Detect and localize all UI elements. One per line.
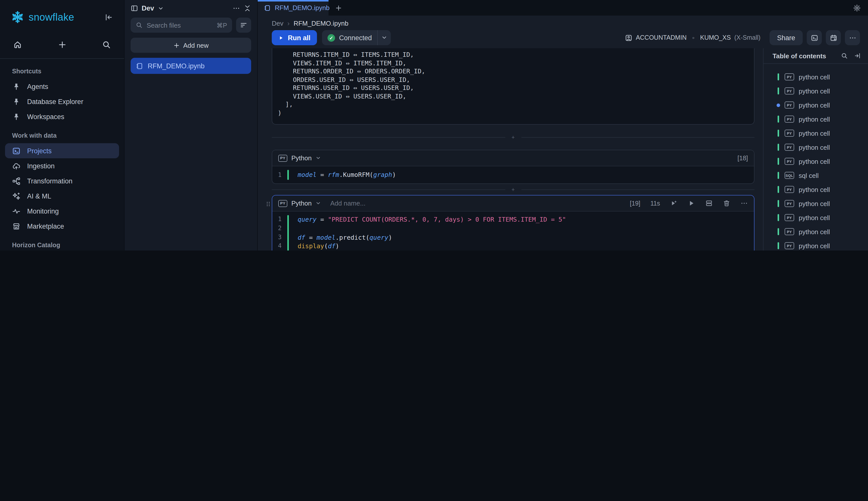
- tab-title: RFM_DEMO.ipynb: [275, 4, 329, 12]
- sidebar-item-database-explorer[interactable]: Database Explorer: [5, 94, 119, 109]
- cell-status-bar-icon: [777, 172, 780, 179]
- schedule-button[interactable]: [826, 30, 841, 45]
- settings-gear-button[interactable]: [853, 0, 861, 15]
- calendar-plus-icon: [829, 34, 837, 41]
- file-panel-collapse-icon[interactable]: [243, 4, 251, 12]
- add-new-label: Add new: [183, 41, 208, 49]
- cell-status-bar-icon: [777, 73, 780, 81]
- breadcrumb-separator: ›: [287, 19, 290, 27]
- toc-item-label: python cell: [799, 87, 830, 95]
- ellipsis-icon: [849, 34, 856, 41]
- session-context[interactable]: ACCOUNTADMIN ∘ KUMO_XS (X-Small): [625, 34, 760, 41]
- delete-cell-icon[interactable]: [723, 200, 730, 207]
- chevron-down-icon: [381, 35, 388, 41]
- add-cell-divider[interactable]: +: [272, 125, 755, 150]
- file-search-input[interactable]: Search files ⌘P: [131, 18, 232, 33]
- search-icon[interactable]: [102, 40, 111, 49]
- sidebar-item-transformation[interactable]: Transformation: [5, 173, 119, 189]
- content-row: RETURNS.ITEM_ID ⇔ ITEMS.ITEM_ID, VIEWS.I…: [258, 48, 868, 250]
- role-badge-icon: [625, 34, 632, 41]
- toc-item-11-python-cell[interactable]: PYpython cell: [769, 225, 863, 239]
- toc-item-0-python-cell[interactable]: PYpython cell: [769, 70, 863, 84]
- toc-item-12-python-cell[interactable]: PYpython cell: [769, 239, 863, 250]
- collapse-sidebar-icon[interactable]: [105, 13, 113, 21]
- sidebar-item-ingestion[interactable]: Ingestion: [5, 158, 119, 173]
- cell-status-bar-icon: [777, 214, 780, 221]
- more-options-button[interactable]: [845, 30, 860, 45]
- run-all-button[interactable]: Run all: [272, 30, 317, 45]
- python-badge-icon: PY: [785, 242, 794, 249]
- connection-dropdown[interactable]: [378, 35, 391, 41]
- notebook-cell-19[interactable]: PY Python Add name... [19] 11s: [272, 195, 755, 250]
- sidebar-item-workspaces[interactable]: Workspaces: [5, 109, 119, 124]
- add-cell-divider[interactable]: +: [272, 184, 755, 195]
- file-sort-button[interactable]: [236, 18, 251, 33]
- cell-language[interactable]: Python: [291, 200, 312, 207]
- tab-rfm-demo[interactable]: RFM_DEMO.ipynb: [258, 0, 328, 15]
- file-panel-more-icon[interactable]: [232, 4, 240, 12]
- workspace-title[interactable]: Dev: [142, 4, 154, 12]
- sidebar-item-projects[interactable]: Projects: [5, 143, 119, 158]
- connection-main: ✓ Connected: [322, 34, 378, 41]
- run-below-icon[interactable]: [670, 200, 677, 207]
- sidebar-item-label: Ingestion: [27, 162, 55, 170]
- sidebar-item-agents[interactable]: Agents: [5, 79, 119, 94]
- toc-collapse-icon[interactable]: [854, 52, 861, 59]
- workspace-chevron-icon[interactable]: [158, 5, 164, 11]
- sidebar-item-label: Projects: [27, 147, 52, 154]
- code-editor[interactable]: model = rfm.KumoRFM(graph): [289, 170, 396, 180]
- cell-language[interactable]: Python: [291, 154, 312, 162]
- toc-search-icon[interactable]: [841, 52, 848, 59]
- cell-name-input[interactable]: Add name...: [330, 200, 366, 207]
- cell-layout-icon[interactable]: [705, 200, 713, 207]
- terminal-icon: [811, 34, 818, 41]
- add-new-button[interactable]: Add new: [131, 38, 251, 53]
- toc-item-6-python-cell[interactable]: PYpython cell: [769, 154, 863, 168]
- toc-item-4-python-cell[interactable]: PYpython cell: [769, 126, 863, 140]
- python-badge-icon: PY: [785, 186, 794, 193]
- toc-item-8-python-cell[interactable]: PYpython cell: [769, 182, 863, 196]
- pin-icon: [12, 112, 21, 121]
- notebook-cell-18[interactable]: PY Python [18] 1 model = rfm.KumoRFM(gra…: [272, 150, 755, 184]
- sidebar-item-ai-ml[interactable]: AI & ML: [5, 189, 119, 203]
- toc-item-1-python-cell[interactable]: PYpython cell: [769, 84, 863, 98]
- toc-item-9-python-cell[interactable]: PYpython cell: [769, 196, 863, 211]
- cell-18-code[interactable]: 1 model = rfm.KumoRFM(graph): [272, 166, 754, 183]
- notebook-icon: [135, 62, 143, 70]
- connection-status[interactable]: ✓ Connected: [322, 30, 391, 45]
- running-dot-icon: [777, 103, 780, 107]
- cell-more-icon[interactable]: [740, 200, 748, 207]
- sidebar-nav: ShortcutsAgentsDatabase ExplorerWorkspac…: [0, 59, 124, 250]
- python-badge-icon: PY: [278, 154, 287, 162]
- toc-item-label: python cell: [799, 143, 830, 151]
- code-editor[interactable]: query = "PREDICT COUNT(ORDERS.*, 0, 7, d…: [289, 215, 566, 250]
- cell-drag-handle-icon[interactable]: [265, 200, 271, 208]
- run-cell-icon[interactable]: [688, 200, 695, 207]
- warehouse-size: (X-Small): [734, 34, 760, 41]
- create-plus-icon[interactable]: [57, 40, 67, 49]
- toc-item-5-python-cell[interactable]: PYpython cell: [769, 140, 863, 154]
- main-region: RFM_DEMO.ipynb Dev › RFM_DEMO.ipynb Run …: [257, 0, 868, 250]
- packages-terminal-button[interactable]: [807, 30, 822, 45]
- new-tab-button[interactable]: [328, 0, 349, 15]
- sidebar-item-label: Transformation: [27, 177, 73, 185]
- snowflake-wordmark: snowflake: [29, 11, 74, 23]
- notebook-cell-scrolled-output[interactable]: RETURNS.ITEM_ID ⇔ ITEMS.ITEM_ID, VIEWS.I…: [272, 48, 755, 125]
- toc-item-3-python-cell[interactable]: PYpython cell: [769, 112, 863, 126]
- sidebar-item-monitoring[interactable]: Monitoring: [5, 203, 119, 218]
- toc-item-10-python-cell[interactable]: PYpython cell: [769, 211, 863, 225]
- toc-item-label: python cell: [799, 101, 830, 109]
- python-badge-icon: PY: [278, 200, 287, 207]
- sidebar-item-marketplace[interactable]: Marketplace: [5, 218, 119, 234]
- home-icon[interactable]: [13, 40, 22, 49]
- share-button[interactable]: Share: [770, 30, 803, 45]
- toc-item-2-python-cell[interactable]: PYpython cell: [769, 98, 863, 112]
- python-badge-icon: PY: [785, 144, 794, 151]
- cell-19-code[interactable]: 1 2 3 4 query = "PREDICT COUNT(ORDERS.*,…: [272, 212, 754, 250]
- breadcrumb-workspace[interactable]: Dev: [272, 19, 283, 27]
- file-item-rfm-demo-ipynb[interactable]: RFM_DEMO.ipynb: [131, 58, 251, 74]
- cell-19-header: PY Python Add name... [19] 11s: [272, 195, 754, 212]
- toc-item-7-sql-cell[interactable]: SQLsql cell: [769, 168, 863, 182]
- python-badge-icon: PY: [785, 158, 794, 165]
- sidebar-item-label: Workspaces: [27, 113, 64, 120]
